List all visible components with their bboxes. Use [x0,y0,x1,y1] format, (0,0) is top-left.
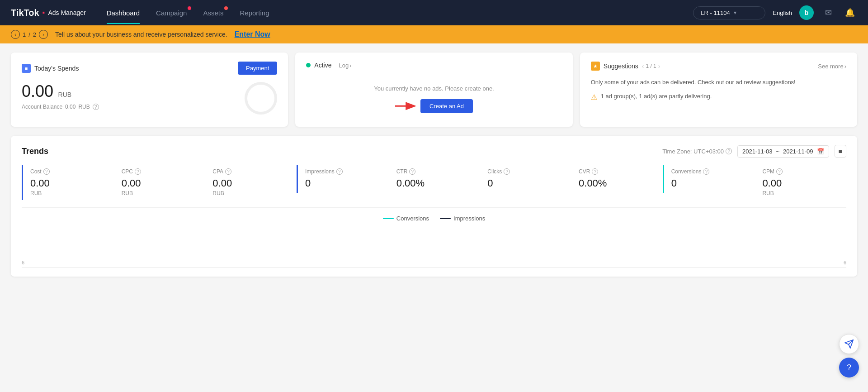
spends-amount-section: 0.00 RUB Account Balance 0.00 RUB ? [22,82,99,110]
account-balance-row: Account Balance 0.00 RUB ? [22,104,99,110]
metric-cpc: CPC ? 0.00 RUB [114,165,206,200]
balance-help-icon[interactable]: ? [93,104,99,110]
metric-label: Cost ? [30,168,107,175]
log-label: Log [339,62,349,69]
mail-icon[interactable]: ✉ [821,5,835,20]
date-to: 2021-11-09 [783,148,813,155]
see-more-chevron-icon: › [844,63,846,70]
metric-ctr: CTR ? 0.00% [389,165,481,193]
metric-unit: RUB [212,190,289,196]
suggestions-next-icon[interactable]: › [658,62,660,70]
nav-item-dashboard[interactable]: Dashboard [100,6,146,19]
assets-badge [224,6,228,10]
banner-next-btn[interactable]: › [39,30,48,39]
legend-impressions: Impressions [440,215,485,222]
metric-label: CPM ? [762,168,839,175]
suggestions-warning-row: ⚠ 1 ad group(s), 1 ad(s) are partly deli… [591,92,846,101]
nav-item-reporting[interactable]: Reporting [233,6,275,19]
brand-tiktok-text: TikTok [11,8,39,18]
legend-conversions-label: Conversions [396,215,429,222]
main-content: ■ Today's Spends Payment 0.00 RUB Accoun… [0,43,868,286]
brand-dot: · [42,6,46,19]
brand-ads-text: Ads Manager [48,9,85,16]
spends-title: Today's Spends [34,65,79,72]
metric-help-icon[interactable]: ? [225,168,231,175]
metric-value: 0.00 [122,177,198,189]
metric-value: 0 [487,177,564,189]
metric-help-icon[interactable]: ? [43,168,50,175]
banner-prev-btn[interactable]: ‹ [11,30,20,39]
announcement-banner: ‹ 1 / 2 › Tell us about your business an… [0,25,868,43]
main-nav: Dashboard Campaign Assets Reporting [100,6,679,19]
metric-cpm: CPM ? 0.00 RUB [755,165,846,200]
metric-help-icon[interactable]: ? [504,168,510,175]
metric-help-icon[interactable]: ? [776,168,783,175]
metric-cvr: CVR ? 0.00% [571,165,663,193]
warning-icon: ⚠ [591,93,597,101]
suggestions-prev-icon[interactable]: ‹ [642,62,644,70]
red-arrow-icon [395,101,422,111]
active-label: Active [314,62,331,69]
banner-cta-link[interactable]: Enter Now [235,30,270,38]
metric-label: Impressions ? [305,168,382,175]
timezone-label: Time Zone: UTC+03:00 ? [662,148,732,155]
metric-cost: Cost ? 0.00 RUB [22,165,114,200]
metric-help-icon[interactable]: ? [703,168,709,175]
metric-help-icon[interactable]: ? [592,168,598,175]
spends-donut-chart [245,82,277,115]
metric-help-icon[interactable]: ? [409,168,415,175]
chart-legend: Conversions Impressions [22,215,846,222]
metric-value: 0 [305,177,382,189]
create-ad-row: Create an Ad [395,99,473,113]
trends-section: Trends Time Zone: UTC+03:00 ? 2021-11-03… [11,136,857,277]
balance-label: Account Balance [22,104,62,110]
banner-page-separator: / [28,31,30,38]
metric-value: 0.00% [396,177,473,189]
metric-label: CPA ? [212,168,289,175]
see-more-label: See more [818,63,843,70]
date-separator: ~ [776,148,779,155]
metric-help-icon[interactable]: ? [135,168,141,175]
trends-title: Trends [22,147,48,156]
timezone-help-icon[interactable]: ? [726,148,732,154]
spends-icon: ■ [22,64,31,73]
active-status-dot [306,63,311,67]
brand-logo: TikTok · Ads Manager [11,6,86,19]
language-selector[interactable]: English [773,10,792,16]
chart-area: 6 6 [22,229,846,265]
metric-label: CPC ? [122,168,198,175]
legend-conversions-line [383,218,394,219]
suggestions-header: ★ Suggestions ‹ 1 / 1 › See more › [591,62,846,71]
active-status-row: Active Log › [306,62,351,69]
banner-pagination: ‹ 1 / 2 › [11,30,48,39]
create-ad-button[interactable]: Create an Ad [420,99,473,113]
no-ads-message: You currently have no ads. Please create… [374,85,494,92]
metric-impressions: Impressions ? 0 [297,165,389,193]
account-selector[interactable]: LR - 11104 ▾ [693,6,765,19]
nav-campaign-label: Campaign [156,9,187,17]
active-card-header: Active Log › [306,62,561,69]
campaign-badge [188,6,191,10]
date-range-picker[interactable]: 2021-11-03 ~ 2021-11-09 📅 [737,145,829,158]
nav-item-campaign[interactable]: Campaign [150,6,193,19]
y-axis-left-label: 6 [22,260,24,265]
warning-text: 1 ad group(s), 1 ad(s) are partly delive… [601,92,712,100]
y-axis-right-label: 6 [844,260,846,265]
payment-button[interactable]: Payment [238,62,277,75]
see-more-link[interactable]: See more › [818,63,846,70]
suggestions-icon: ★ [591,62,600,71]
export-button[interactable]: ■ [835,145,846,158]
spends-card-header: ■ Today's Spends Payment [22,62,277,75]
spends-amount: 0.00 [22,82,53,100]
log-link[interactable]: Log › [339,62,351,69]
suggestions-page: 1 / 1 [646,63,656,69]
balance-value: 0.00 [65,104,75,110]
avatar[interactable]: b [799,5,814,20]
nav-item-assets[interactable]: Assets [197,6,230,19]
suggestions-card: ★ Suggestions ‹ 1 / 1 › See more › Only … [580,53,857,127]
suggestions-pagination: ‹ 1 / 1 › [642,62,660,70]
bell-icon[interactable]: 🔔 [843,5,857,20]
legend-impressions-line [440,218,451,219]
metric-help-icon[interactable]: ? [336,168,343,175]
spends-currency: RUB [58,91,72,98]
